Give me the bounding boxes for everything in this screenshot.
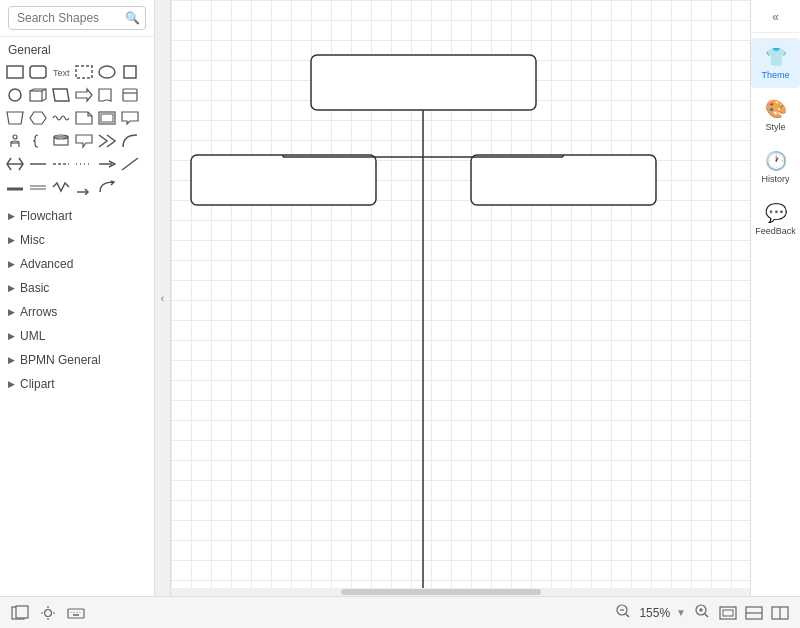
shape-parallelogram[interactable] [50, 84, 72, 106]
section-label-general: General [0, 37, 154, 59]
shape-trapezoid[interactable] [4, 107, 26, 129]
uml-arrow-icon: ▶ [8, 331, 15, 341]
collapse-right-button[interactable]: « [751, 6, 800, 33]
shape-arrow-right[interactable] [73, 84, 95, 106]
collapse-right-icon: « [772, 10, 779, 24]
svg-line-54 [626, 614, 629, 617]
bottom-bar: 155% ▼ [0, 596, 800, 628]
shape-dashed-line[interactable] [50, 153, 72, 175]
tab-style[interactable]: 🎨 Style [751, 90, 800, 140]
shape-note[interactable] [73, 107, 95, 129]
tab-feedback[interactable]: 💬 FeedBack [751, 194, 800, 244]
sidebar-item-label-basic: Basic [20, 281, 49, 295]
tab-theme[interactable]: 👕 Theme [751, 38, 800, 88]
shape-brace[interactable] [27, 130, 49, 152]
shape-dotted-line[interactable] [73, 153, 95, 175]
svg-rect-7 [30, 91, 42, 101]
shape-zigzag[interactable] [50, 176, 72, 198]
search-icon: 🔍 [125, 11, 140, 25]
history-icon: 🕐 [765, 150, 787, 172]
shape-thick-line[interactable] [4, 176, 26, 198]
shape-curve-arrow[interactable] [96, 176, 118, 198]
shape-line1[interactable] [27, 153, 49, 175]
shape-speech-bubble[interactable] [119, 107, 141, 129]
shape-doc[interactable] [96, 84, 118, 106]
shapes-grid-general: Text [0, 59, 154, 204]
shape-rounded-rect[interactable] [27, 61, 49, 83]
shape-double-arrow[interactable] [4, 153, 26, 175]
clipart-arrow-icon: ▶ [8, 379, 15, 389]
shape-double-line[interactable] [27, 176, 49, 198]
shape-person[interactable] [4, 130, 26, 152]
svg-line-26 [122, 158, 138, 170]
keyboard-icon[interactable] [66, 603, 86, 623]
shape-wave[interactable] [50, 107, 72, 129]
shape-pentagon[interactable] [119, 84, 141, 106]
zoom-dropdown-icon[interactable]: ▼ [676, 607, 686, 618]
svg-rect-46 [68, 609, 84, 618]
basic-arrow-icon: ▶ [8, 283, 15, 293]
shape-square[interactable] [119, 61, 141, 83]
shape-bent-arrow[interactable] [73, 176, 95, 198]
shape-ellipse[interactable] [96, 61, 118, 83]
fit-height-button[interactable] [770, 603, 790, 623]
shape-connector[interactable] [119, 153, 141, 175]
svg-rect-32 [191, 155, 376, 205]
bottom-right: 155% ▼ [613, 603, 790, 623]
zoom-in-button[interactable] [692, 603, 712, 622]
arrows-arrow-icon: ▶ [8, 307, 15, 317]
shape-dashed-rect[interactable] [73, 61, 95, 83]
sun-icon[interactable] [38, 603, 58, 623]
shape-3d-box[interactable] [27, 84, 49, 106]
sidebar-item-uml[interactable]: ▶ UML [0, 324, 154, 348]
shape-callout[interactable] [73, 130, 95, 152]
shape-hexagon[interactable] [27, 107, 49, 129]
sidebar-item-advanced[interactable]: ▶ Advanced [0, 252, 154, 276]
collapse-left-button[interactable]: ‹ [155, 0, 171, 596]
scrollbar-thumb [341, 589, 541, 595]
svg-marker-9 [53, 89, 69, 101]
tab-style-label: Style [765, 122, 785, 132]
shape-text[interactable]: Text [50, 61, 72, 83]
shape-rectangle[interactable] [4, 61, 26, 83]
fit-width-button[interactable] [744, 603, 764, 623]
shape-arrow-line[interactable] [96, 153, 118, 175]
svg-rect-60 [723, 610, 733, 616]
svg-rect-40 [16, 606, 28, 618]
bpmn-arrow-icon: ▶ [8, 355, 15, 365]
horizontal-scrollbar[interactable] [171, 588, 750, 596]
search-wrapper: 🔍 [8, 6, 146, 30]
svg-point-17 [13, 135, 17, 139]
tab-history[interactable]: 🕐 History [751, 142, 800, 192]
canvas-wrapper: ‹ [155, 0, 750, 596]
sidebar-item-basic[interactable]: ▶ Basic [0, 276, 154, 300]
right-sidebar: « 👕 Theme 🎨 Style 🕐 History 💬 FeedBack [750, 0, 800, 596]
sidebar-item-label-advanced: Advanced [20, 257, 73, 271]
tab-feedback-label: FeedBack [755, 226, 796, 236]
svg-rect-33 [471, 155, 656, 205]
sidebar-item-clipart[interactable]: ▶ Clipart [0, 372, 154, 396]
svg-marker-10 [76, 89, 92, 101]
shape-circle[interactable] [4, 84, 26, 106]
svg-rect-11 [123, 89, 137, 101]
svg-point-4 [99, 66, 115, 78]
page-icon[interactable] [10, 603, 30, 623]
sidebar-item-misc[interactable]: ▶ Misc [0, 228, 154, 252]
collapse-left-icon: ‹ [161, 293, 164, 304]
canvas[interactable] [171, 0, 750, 596]
svg-rect-1 [30, 66, 46, 78]
svg-point-41 [45, 609, 52, 616]
sidebar-item-label-bpmn: BPMN General [20, 353, 101, 367]
shape-frame[interactable] [96, 107, 118, 129]
sidebar-item-flowchart[interactable]: ▶ Flowchart [0, 204, 154, 228]
shape-arc[interactable] [119, 130, 141, 152]
shape-chevron[interactable] [96, 130, 118, 152]
sidebar-item-label-arrows: Arrows [20, 305, 57, 319]
sidebar-item-bpmn[interactable]: ▶ BPMN General [0, 348, 154, 372]
shape-cylinder[interactable] [50, 130, 72, 152]
sidebar-item-arrows[interactable]: ▶ Arrows [0, 300, 154, 324]
zoom-out-button[interactable] [613, 603, 633, 622]
fit-page-button[interactable] [718, 603, 738, 623]
sidebar-item-label-clipart: Clipart [20, 377, 55, 391]
flowchart-arrow-icon: ▶ [8, 211, 15, 221]
